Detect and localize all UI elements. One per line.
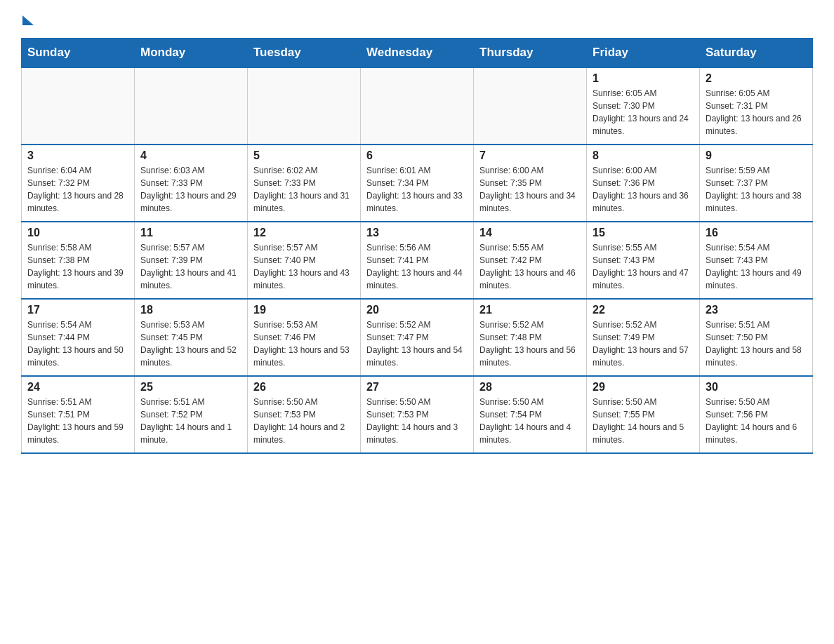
day-number: 18 xyxy=(140,304,241,316)
weekday-header-thursday: Thursday xyxy=(474,39,587,68)
day-number: 3 xyxy=(27,149,128,162)
day-number: 8 xyxy=(593,149,694,162)
day-number: 19 xyxy=(253,304,355,316)
day-number: 4 xyxy=(140,149,241,162)
day-info: Sunrise: 5:50 AMSunset: 7:53 PMDaylight:… xyxy=(253,396,355,446)
day-info: Sunrise: 5:54 AMSunset: 7:44 PMDaylight:… xyxy=(27,318,128,369)
calendar-week-row: 1Sunrise: 6:05 AMSunset: 7:30 PMDaylight… xyxy=(22,67,813,145)
logo-arrow-icon xyxy=(22,15,34,25)
day-info: Sunrise: 5:52 AMSunset: 7:49 PMDaylight:… xyxy=(593,318,694,369)
day-info: Sunrise: 6:00 AMSunset: 7:36 PMDaylight:… xyxy=(593,164,694,215)
day-number: 7 xyxy=(479,149,581,162)
day-info: Sunrise: 6:04 AMSunset: 7:32 PMDaylight:… xyxy=(27,164,128,215)
day-info: Sunrise: 5:56 AMSunset: 7:41 PMDaylight:… xyxy=(366,241,468,292)
calendar-cell: 14Sunrise: 5:55 AMSunset: 7:42 PMDayligh… xyxy=(474,222,587,299)
calendar-week-row: 10Sunrise: 5:58 AMSunset: 7:38 PMDayligh… xyxy=(22,222,813,299)
calendar-cell: 12Sunrise: 5:57 AMSunset: 7:40 PMDayligh… xyxy=(248,222,361,299)
day-info: Sunrise: 5:53 AMSunset: 7:46 PMDaylight:… xyxy=(253,318,355,369)
weekday-header-tuesday: Tuesday xyxy=(248,39,361,68)
page-header xyxy=(21,14,813,24)
weekday-header-monday: Monday xyxy=(135,39,248,68)
day-number: 13 xyxy=(366,227,468,239)
weekday-header-saturday: Saturday xyxy=(700,39,813,68)
logo xyxy=(21,14,44,24)
calendar-cell xyxy=(474,67,587,145)
day-info: Sunrise: 5:50 AMSunset: 7:56 PMDaylight:… xyxy=(706,396,807,446)
day-info: Sunrise: 5:51 AMSunset: 7:52 PMDaylight:… xyxy=(140,396,241,446)
day-number: 30 xyxy=(706,381,807,394)
calendar-cell: 24Sunrise: 5:51 AMSunset: 7:51 PMDayligh… xyxy=(22,376,135,453)
day-info: Sunrise: 5:59 AMSunset: 7:37 PMDaylight:… xyxy=(706,164,807,215)
calendar-cell: 26Sunrise: 5:50 AMSunset: 7:53 PMDayligh… xyxy=(248,376,361,453)
weekday-header-wednesday: Wednesday xyxy=(361,39,474,68)
calendar-cell: 11Sunrise: 5:57 AMSunset: 7:39 PMDayligh… xyxy=(135,222,248,299)
calendar-cell: 13Sunrise: 5:56 AMSunset: 7:41 PMDayligh… xyxy=(361,222,474,299)
day-info: Sunrise: 6:02 AMSunset: 7:33 PMDaylight:… xyxy=(253,164,355,215)
calendar-cell: 4Sunrise: 6:03 AMSunset: 7:33 PMDaylight… xyxy=(135,145,248,222)
day-info: Sunrise: 5:54 AMSunset: 7:43 PMDaylight:… xyxy=(706,241,807,292)
day-number: 16 xyxy=(706,227,807,239)
day-number: 21 xyxy=(479,304,581,316)
day-number: 17 xyxy=(27,304,128,316)
day-info: Sunrise: 6:01 AMSunset: 7:34 PMDaylight:… xyxy=(366,164,468,215)
day-info: Sunrise: 6:05 AMSunset: 7:31 PMDaylight:… xyxy=(706,87,807,137)
day-info: Sunrise: 6:03 AMSunset: 7:33 PMDaylight:… xyxy=(140,164,241,215)
day-info: Sunrise: 5:55 AMSunset: 7:42 PMDaylight:… xyxy=(479,241,581,292)
calendar-cell: 29Sunrise: 5:50 AMSunset: 7:55 PMDayligh… xyxy=(587,376,700,453)
weekday-header-friday: Friday xyxy=(587,39,700,68)
calendar-cell: 16Sunrise: 5:54 AMSunset: 7:43 PMDayligh… xyxy=(700,222,813,299)
day-info: Sunrise: 5:50 AMSunset: 7:54 PMDaylight:… xyxy=(479,396,581,446)
day-number: 14 xyxy=(479,227,581,239)
day-number: 29 xyxy=(593,381,694,394)
calendar-cell: 6Sunrise: 6:01 AMSunset: 7:34 PMDaylight… xyxy=(361,145,474,222)
day-number: 20 xyxy=(366,304,468,316)
day-info: Sunrise: 5:57 AMSunset: 7:40 PMDaylight:… xyxy=(253,241,355,292)
calendar-cell: 19Sunrise: 5:53 AMSunset: 7:46 PMDayligh… xyxy=(248,299,361,376)
calendar-cell xyxy=(361,67,474,145)
day-number: 15 xyxy=(593,227,694,239)
calendar-cell xyxy=(135,67,248,145)
weekday-header-sunday: Sunday xyxy=(22,39,135,68)
day-number: 27 xyxy=(366,381,468,394)
calendar-cell xyxy=(22,67,135,145)
day-info: Sunrise: 5:52 AMSunset: 7:48 PMDaylight:… xyxy=(479,318,581,369)
day-number: 28 xyxy=(479,381,581,394)
calendar-week-row: 24Sunrise: 5:51 AMSunset: 7:51 PMDayligh… xyxy=(22,376,813,453)
day-number: 24 xyxy=(27,381,128,394)
day-number: 5 xyxy=(253,149,355,162)
calendar-cell: 28Sunrise: 5:50 AMSunset: 7:54 PMDayligh… xyxy=(474,376,587,453)
calendar-cell: 9Sunrise: 5:59 AMSunset: 7:37 PMDaylight… xyxy=(700,145,813,222)
day-number: 2 xyxy=(706,72,807,85)
day-number: 26 xyxy=(253,381,355,394)
calendar-cell: 23Sunrise: 5:51 AMSunset: 7:50 PMDayligh… xyxy=(700,299,813,376)
day-number: 10 xyxy=(27,227,128,239)
calendar-cell: 22Sunrise: 5:52 AMSunset: 7:49 PMDayligh… xyxy=(587,299,700,376)
day-number: 12 xyxy=(253,227,355,239)
day-info: Sunrise: 5:51 AMSunset: 7:51 PMDaylight:… xyxy=(27,396,128,446)
day-info: Sunrise: 5:53 AMSunset: 7:45 PMDaylight:… xyxy=(140,318,241,369)
day-number: 9 xyxy=(706,149,807,162)
day-number: 6 xyxy=(366,149,468,162)
calendar-cell: 20Sunrise: 5:52 AMSunset: 7:47 PMDayligh… xyxy=(361,299,474,376)
calendar-cell: 2Sunrise: 6:05 AMSunset: 7:31 PMDaylight… xyxy=(700,67,813,145)
calendar-cell: 1Sunrise: 6:05 AMSunset: 7:30 PMDaylight… xyxy=(587,67,700,145)
day-number: 11 xyxy=(140,227,241,239)
calendar-cell: 21Sunrise: 5:52 AMSunset: 7:48 PMDayligh… xyxy=(474,299,587,376)
day-info: Sunrise: 5:52 AMSunset: 7:47 PMDaylight:… xyxy=(366,318,468,369)
day-info: Sunrise: 5:50 AMSunset: 7:55 PMDaylight:… xyxy=(593,396,694,446)
calendar-cell: 15Sunrise: 5:55 AMSunset: 7:43 PMDayligh… xyxy=(587,222,700,299)
calendar-cell: 30Sunrise: 5:50 AMSunset: 7:56 PMDayligh… xyxy=(700,376,813,453)
calendar-cell: 27Sunrise: 5:50 AMSunset: 7:53 PMDayligh… xyxy=(361,376,474,453)
calendar-cell xyxy=(248,67,361,145)
calendar-cell: 3Sunrise: 6:04 AMSunset: 7:32 PMDaylight… xyxy=(22,145,135,222)
calendar-cell: 17Sunrise: 5:54 AMSunset: 7:44 PMDayligh… xyxy=(22,299,135,376)
day-info: Sunrise: 5:58 AMSunset: 7:38 PMDaylight:… xyxy=(27,241,128,292)
day-info: Sunrise: 5:55 AMSunset: 7:43 PMDaylight:… xyxy=(593,241,694,292)
day-number: 22 xyxy=(593,304,694,316)
calendar-cell: 8Sunrise: 6:00 AMSunset: 7:36 PMDaylight… xyxy=(587,145,700,222)
day-info: Sunrise: 5:57 AMSunset: 7:39 PMDaylight:… xyxy=(140,241,241,292)
calendar-week-row: 3Sunrise: 6:04 AMSunset: 7:32 PMDaylight… xyxy=(22,145,813,222)
day-number: 1 xyxy=(593,72,694,85)
day-info: Sunrise: 5:50 AMSunset: 7:53 PMDaylight:… xyxy=(366,396,468,446)
calendar-cell: 18Sunrise: 5:53 AMSunset: 7:45 PMDayligh… xyxy=(135,299,248,376)
